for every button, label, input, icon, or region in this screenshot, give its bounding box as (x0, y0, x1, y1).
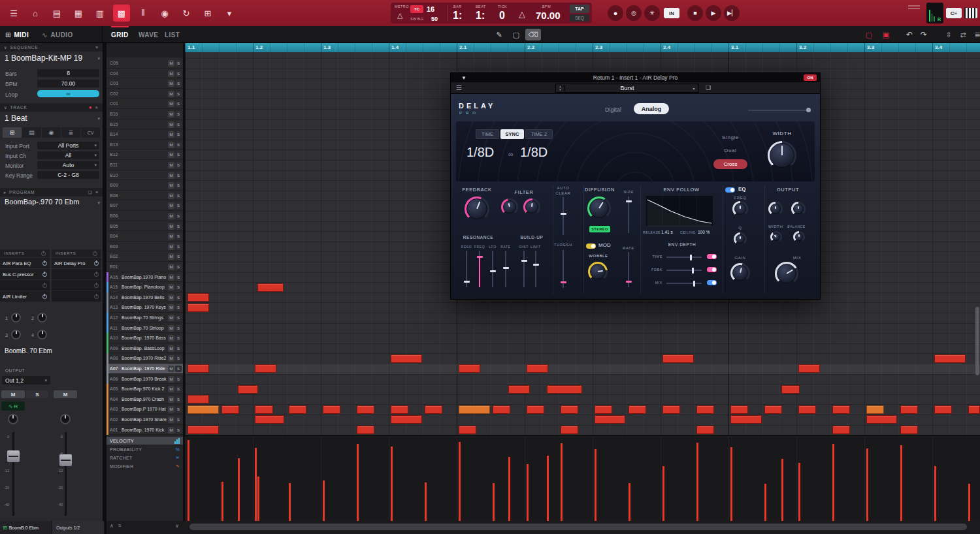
release-value[interactable]: 1.41 s (661, 230, 673, 234)
marquee-tool-button[interactable]: ▢ (508, 29, 524, 40)
midi-note[interactable] (357, 405, 374, 414)
insert-slot[interactable]: Bus C.pressor (0, 269, 50, 279)
timeline-ruler[interactable]: 1.11.21.31.42.12.22.32.43.13.23.33.4 (185, 43, 980, 52)
delay-time-right[interactable]: 1/8D (520, 145, 547, 160)
track-row[interactable]: B06MS (106, 211, 183, 221)
midi-note[interactable] (934, 354, 966, 363)
program-section-header[interactable]: ▸ PROGRAM ❏ ≡ (0, 188, 103, 196)
lane-menu-icon[interactable]: ≡ (118, 523, 122, 529)
track-solo-button[interactable]: S (175, 202, 182, 209)
track-row[interactable]: B07MS (106, 200, 183, 211)
midi-note[interactable] (866, 405, 884, 414)
midi-note[interactable] (832, 426, 850, 434)
midi-note[interactable] (357, 426, 374, 434)
track-row[interactable]: B05MS (106, 221, 183, 232)
track-row[interactable]: A06BoomBap.1970 BreakMS (106, 374, 183, 385)
track-row[interactable]: A01BoomBap. 1970 KickMS (106, 425, 183, 435)
output-knob-b[interactable] (791, 202, 806, 216)
doc-icon[interactable]: ❏ (88, 190, 93, 195)
track-mute-button[interactable]: M (168, 294, 174, 301)
track-monitor-indicator[interactable]: ● (95, 104, 99, 110)
insert-slot[interactable] (52, 269, 101, 279)
hamburger-icon[interactable]: ☰ (456, 84, 462, 91)
macro1-knob[interactable] (11, 313, 21, 322)
velocity-bar[interactable] (764, 484, 766, 521)
mute-button-2[interactable]: M (54, 390, 77, 398)
track-row[interactable]: B04MS (106, 231, 183, 242)
track-mute-button[interactable]: M (168, 264, 174, 270)
input-port-value[interactable]: All Ports▾ (37, 142, 99, 149)
menu-icon[interactable]: ≡ (95, 45, 99, 50)
program-caret-icon[interactable]: ▾ (97, 200, 100, 206)
output-select[interactable]: Out 1,2▾ (2, 376, 50, 385)
track-solo-button[interactable]: S (175, 294, 182, 301)
swing-value[interactable]: 50 (431, 16, 438, 22)
midi-note[interactable] (866, 415, 897, 424)
track-row[interactable]: B13MS (106, 140, 183, 150)
velocity-bar[interactable] (508, 457, 510, 521)
looper-icon[interactable]: ↻ (178, 5, 195, 22)
power-icon[interactable] (42, 283, 47, 288)
track-mute-button[interactable]: M (168, 111, 174, 118)
region-select-button[interactable]: ▢ (861, 29, 877, 40)
track-row[interactable]: B08MS (106, 191, 183, 201)
power-icon[interactable] (42, 272, 47, 277)
power-icon[interactable] (42, 294, 47, 299)
midi-note[interactable] (527, 405, 544, 414)
pencil-tool-button[interactable]: ✎ (491, 29, 507, 40)
midi-note[interactable] (188, 405, 219, 414)
velocity-bar[interactable] (696, 443, 698, 521)
sequence-caret-icon[interactable]: ▾ (97, 56, 100, 61)
track-solo-button[interactable]: S (175, 233, 182, 240)
record-button[interactable]: ● (608, 5, 623, 21)
track-mute-button[interactable]: M (168, 151, 174, 158)
track-solo-button[interactable]: S (175, 386, 182, 392)
insert-slot[interactable] (52, 291, 101, 302)
play-from-start-button[interactable]: ▶▏ (724, 5, 740, 21)
tab-midi[interactable]: MIDI (14, 31, 29, 39)
preset-caret-icon[interactable]: ▾ (689, 86, 698, 91)
midi-note[interactable] (188, 304, 209, 312)
track-mute-button[interactable]: M (168, 386, 174, 392)
power-icon[interactable] (94, 294, 99, 299)
dist-slider-cap[interactable] (521, 260, 527, 262)
track-mute-button[interactable]: M (168, 366, 174, 372)
velocity-bar[interactable] (781, 459, 783, 521)
velocity-bar[interactable] (968, 484, 970, 521)
velocity-bar[interactable] (221, 482, 223, 521)
pad-mixer-icon[interactable]: ⊞ (199, 5, 216, 22)
pan-knob-left[interactable] (8, 414, 18, 424)
velocity-bar[interactable] (527, 464, 529, 521)
track-row[interactable]: A15BoomBap. PianoloopMS (106, 282, 183, 292)
step-sequencer-icon[interactable]: ⫴ (135, 5, 152, 22)
track-row[interactable]: A09BoomBap. BassLoopMS (106, 343, 183, 354)
env-mix-slider-cap[interactable] (693, 281, 695, 287)
track-row[interactable]: B03MS (106, 242, 183, 252)
feedback-knob[interactable] (465, 196, 489, 221)
velocity-bar[interactable] (391, 447, 393, 521)
midi-note[interactable] (289, 405, 306, 414)
track-mute-button[interactable]: M (168, 121, 174, 128)
midi-note[interactable] (459, 426, 476, 434)
eq-toggle[interactable] (725, 187, 735, 193)
eq-q-knob[interactable] (734, 232, 747, 245)
velocity-bar[interactable] (425, 482, 427, 521)
midi-note[interactable] (561, 426, 578, 434)
insert-slot[interactable]: AIR Para EQ (0, 258, 50, 268)
env-fdbk-slider-cap[interactable] (692, 268, 694, 274)
auto-clear-slider[interactable] (563, 197, 564, 235)
plugin-on-button[interactable]: ON (804, 74, 817, 81)
ceiling-value[interactable]: 100 % (698, 230, 710, 234)
list-view-button[interactable]: ≣ (61, 127, 80, 138)
velocity-bar[interactable] (900, 445, 902, 521)
audio-view-button[interactable]: ◉ (42, 127, 61, 138)
track-solo-button[interactable]: S (175, 101, 182, 107)
midi-note[interactable] (696, 426, 714, 434)
lfo-slider-cap[interactable] (490, 270, 496, 272)
track-mute-button[interactable]: M (168, 253, 174, 260)
track-mute-button[interactable]: M (168, 202, 174, 209)
drywet-mini-handle[interactable] (806, 108, 811, 112)
midi-note[interactable] (595, 405, 612, 414)
insert-slot[interactable] (52, 280, 101, 291)
midi-note[interactable] (188, 426, 219, 434)
